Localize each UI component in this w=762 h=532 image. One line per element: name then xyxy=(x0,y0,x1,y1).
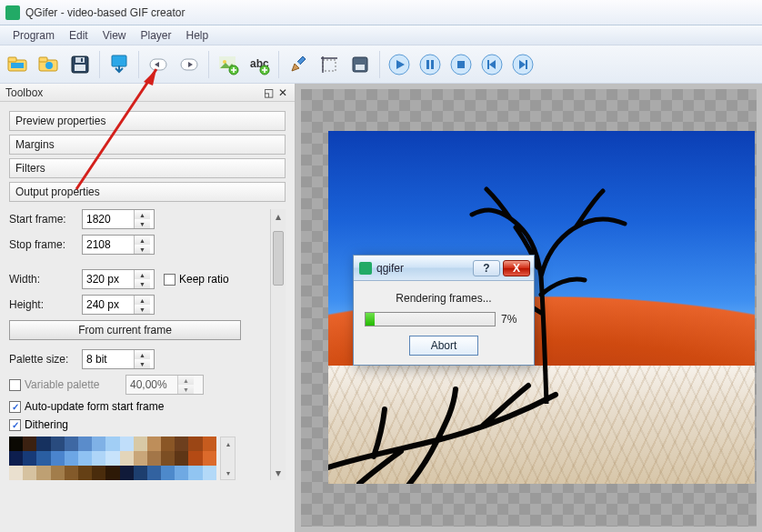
palette-swatch xyxy=(134,451,147,466)
dialog-app-icon xyxy=(359,262,372,275)
dithering-checkbox[interactable]: ✓ Dithering xyxy=(9,418,68,431)
scroll-down-icon[interactable]: ▾ xyxy=(221,467,235,479)
palette-swatch xyxy=(78,466,92,480)
toolbox-header: Toolbox ◱ ✕ xyxy=(0,84,295,102)
scroll-up-icon[interactable]: ▴ xyxy=(221,437,235,450)
stop-frame-spinner[interactable]: ▲▼ xyxy=(82,235,155,255)
auto-update-label: Auto-update form start frame xyxy=(25,400,164,413)
pause-button[interactable] xyxy=(416,50,445,79)
checkbox-icon[interactable]: ✓ xyxy=(9,401,21,413)
variable-palette-checkbox[interactable]: Variable palette xyxy=(9,378,125,391)
spin-down-icon[interactable]: ▼ xyxy=(135,279,150,288)
menu-help[interactable]: Help xyxy=(179,27,216,44)
checkbox-icon[interactable] xyxy=(9,379,21,391)
spin-down-icon[interactable]: ▼ xyxy=(135,219,150,228)
auto-update-checkbox[interactable]: ✓ Auto-update form start frame xyxy=(9,400,164,413)
next-frame-button[interactable] xyxy=(508,50,537,79)
from-current-frame-button[interactable]: From current frame xyxy=(9,320,241,340)
open-project-button[interactable] xyxy=(35,50,64,79)
rendering-label: Rendering frames... xyxy=(365,292,523,305)
window-title: QGifer - video-based GIF creator xyxy=(25,6,185,19)
prev-marker-button[interactable] xyxy=(144,50,173,79)
scroll-down-icon[interactable]: ▾ xyxy=(271,466,286,480)
close-panel-icon[interactable]: ✕ xyxy=(276,86,289,99)
spin-up-icon[interactable]: ▲ xyxy=(135,270,150,279)
dialog-close-button[interactable]: X xyxy=(503,260,530,276)
palette-swatch xyxy=(51,466,65,480)
spin-down-icon[interactable]: ▼ xyxy=(135,305,150,314)
abort-button[interactable]: Abort xyxy=(409,336,478,356)
app-icon xyxy=(5,5,20,20)
palette-swatch xyxy=(65,451,78,466)
play-button[interactable] xyxy=(385,50,414,79)
svg-rect-7 xyxy=(75,65,85,71)
width-spinner[interactable]: ▲▼ xyxy=(82,269,155,289)
start-frame-input[interactable] xyxy=(83,210,134,228)
output-form: ▴ ▾ Start frame: ▲▼ Stop frame: ▲▼ xyxy=(9,209,286,480)
open-video-button[interactable] xyxy=(4,50,33,79)
export-gif-button[interactable] xyxy=(105,50,134,79)
svg-rect-28 xyxy=(487,60,489,69)
section-preview-properties[interactable]: Preview properties xyxy=(9,111,286,131)
section-output-properties[interactable]: Output properties xyxy=(9,182,286,202)
variable-palette-label: Variable palette xyxy=(25,378,100,391)
palette-size-label: Palette size: xyxy=(9,353,82,366)
spin-up-icon[interactable]: ▲ xyxy=(135,210,150,219)
section-filters[interactable]: Filters xyxy=(9,158,286,178)
spin-down-icon[interactable]: ▼ xyxy=(135,245,150,254)
palette-swatch xyxy=(188,437,202,451)
menu-bar: Program Edit View Player Help xyxy=(0,25,762,45)
dialog-titlebar[interactable]: qgifer ? X xyxy=(354,256,534,281)
spin-up-icon[interactable]: ▲ xyxy=(135,236,150,245)
toolbox-title: Toolbox xyxy=(5,86,43,99)
menu-edit[interactable]: Edit xyxy=(62,27,95,44)
palette-swatch xyxy=(105,451,119,466)
menu-view[interactable]: View xyxy=(95,27,134,44)
svg-rect-10 xyxy=(112,55,126,66)
palette-swatch xyxy=(203,466,216,480)
palette-preview xyxy=(9,437,216,480)
tool-brush-button[interactable] xyxy=(284,50,313,79)
height-input[interactable] xyxy=(83,296,134,314)
palette-swatch xyxy=(120,437,134,451)
spin-up-icon[interactable]: ▲ xyxy=(135,350,150,359)
panel-scrollbar[interactable]: ▴ ▾ xyxy=(270,209,286,480)
svg-point-22 xyxy=(420,55,440,75)
menu-player[interactable]: Player xyxy=(134,27,179,44)
height-spinner[interactable]: ▲▼ xyxy=(82,295,155,315)
add-image-button[interactable] xyxy=(214,50,243,79)
palette-swatch xyxy=(51,437,65,451)
stop-frame-input[interactable] xyxy=(83,236,134,254)
section-margins[interactable]: Margins xyxy=(9,135,286,155)
checkbox-icon[interactable]: ✓ xyxy=(9,419,21,431)
tool-save-frame-button[interactable] xyxy=(346,50,375,79)
undock-icon[interactable]: ◱ xyxy=(262,86,275,99)
save-button[interactable] xyxy=(65,50,95,79)
height-label: Height: xyxy=(9,298,82,311)
checkbox-icon[interactable] xyxy=(164,274,175,286)
scroll-up-icon[interactable]: ▴ xyxy=(271,209,286,224)
tool-crop-button[interactable] xyxy=(315,50,344,79)
stop-button[interactable] xyxy=(446,50,476,79)
svg-rect-20 xyxy=(356,65,365,70)
width-input[interactable] xyxy=(83,270,134,288)
start-frame-spinner[interactable]: ▲▼ xyxy=(82,209,155,229)
palette-swatch xyxy=(36,451,50,466)
palette-size-input[interactable] xyxy=(83,350,134,368)
add-text-button[interactable]: abc xyxy=(245,50,274,79)
next-marker-button[interactable] xyxy=(175,50,204,79)
spin-up-icon[interactable]: ▲ xyxy=(135,296,150,305)
palette-scrollbar[interactable]: ▴ ▾ xyxy=(220,437,236,480)
palette-size-spinner[interactable]: ▲▼ xyxy=(82,349,155,369)
palette-swatch xyxy=(9,466,23,480)
palette-swatch xyxy=(92,437,105,451)
palette-swatch xyxy=(36,437,50,451)
menu-program[interactable]: Program xyxy=(5,27,62,44)
palette-swatch xyxy=(147,437,161,451)
dialog-help-button[interactable]: ? xyxy=(473,260,500,276)
palette-swatch xyxy=(78,451,92,466)
scroll-thumb[interactable] xyxy=(273,231,284,286)
keep-ratio-checkbox[interactable]: Keep ratio xyxy=(164,273,229,286)
prev-frame-button[interactable] xyxy=(477,50,506,79)
spin-down-icon[interactable]: ▼ xyxy=(135,359,150,368)
